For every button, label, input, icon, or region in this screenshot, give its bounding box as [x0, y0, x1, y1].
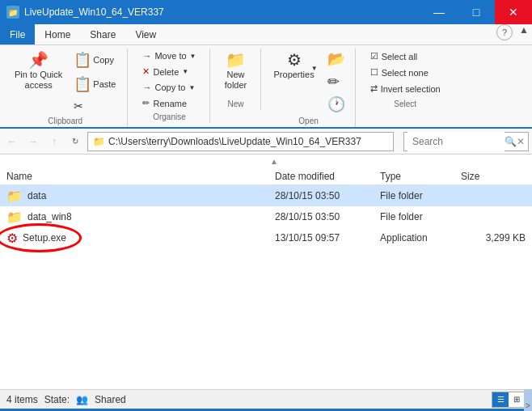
expand-panel-button[interactable]: >: [524, 389, 532, 411]
delete-label: Delete: [153, 67, 179, 77]
copy-to-button[interactable]: → Copy to ▼: [136, 80, 202, 95]
up-button[interactable]: ↑: [45, 133, 63, 150]
cut-icon: ✂: [74, 100, 83, 112]
select-none-icon: ☐: [370, 67, 378, 78]
rename-icon: ✏: [142, 98, 150, 108]
move-to-chevron: ▼: [190, 53, 196, 60]
delete-button[interactable]: ✕ Delete ▼: [136, 64, 202, 79]
copy-to-icon: →: [142, 83, 151, 92]
delete-chevron: ▼: [182, 68, 188, 75]
help-button[interactable]: ?: [496, 24, 513, 40]
rename-label: Rename: [153, 99, 187, 108]
properties-chevron: ▼: [311, 65, 318, 72]
exe-icon: ⚙: [6, 231, 18, 246]
file-type: File folder: [380, 211, 461, 222]
maximize-button[interactable]: □: [458, 0, 495, 24]
column-type-header[interactable]: Type: [380, 171, 461, 182]
menu-bar: File Home Share View ? ▲: [0, 24, 532, 45]
address-text: C:\Users\terry\Downloads\LiveUpdate_Win1…: [108, 136, 361, 147]
file-type: File folder: [380, 190, 461, 201]
select-buttons: ☑ Select all ☐ Select none ⇄ Invert sele…: [364, 49, 447, 96]
move-to-button[interactable]: → Move to ▼: [136, 49, 202, 63]
select-group-label: Select: [394, 100, 416, 108]
details-view-button[interactable]: ☰: [492, 392, 509, 407]
properties-icon: ⚙: [287, 52, 302, 68]
invert-selection-button[interactable]: ⇄ Invert selection: [364, 81, 447, 96]
open-group-label: Open: [298, 117, 318, 125]
pin-to-quick-access-button[interactable]: 📌 Pin to Quickaccess: [10, 49, 67, 94]
large-icons-view-button[interactable]: ⊞: [509, 392, 525, 407]
clipboard-group-label: Clipboard: [48, 117, 82, 125]
rename-button[interactable]: ✏ Rename: [136, 95, 202, 111]
folder-icon: 📁: [6, 210, 23, 225]
ribbon-group-select: ☑ Select all ☐ Select none ⇄ Invert sele…: [357, 49, 454, 110]
search-clear-icon[interactable]: ✕: [517, 136, 525, 147]
address-bar[interactable]: 📁 C:\Users\terry\Downloads\LiveUpdate_Wi…: [87, 132, 394, 151]
copy-button[interactable]: 📋 Copy: [69, 49, 119, 71]
edit-button[interactable]: ✏: [324, 71, 348, 92]
window-controls: — □ ✕: [420, 0, 532, 24]
delete-icon: ✕: [142, 66, 150, 77]
ribbon: 📌 Pin to Quickaccess 📋 Copy 📋 Paste ✂ Cl…: [0, 45, 532, 129]
menu-share[interactable]: Share: [80, 24, 125, 44]
copy-to-chevron: ▼: [188, 84, 195, 91]
column-name-header[interactable]: Name: [6, 171, 275, 182]
select-all-label: Select all: [382, 52, 418, 61]
file-date: 28/10/15 03:50: [275, 190, 380, 201]
move-to-label: Move to: [154, 51, 186, 61]
view-toggle: ☰ ⊞: [492, 392, 526, 408]
menu-file[interactable]: File: [0, 24, 35, 44]
ribbon-group-open: ⚙ Properties ▼ 📂 ✏ 🕐 Open: [263, 49, 356, 127]
menu-view[interactable]: View: [125, 24, 166, 44]
table-row[interactable]: 📁 data_win8 28/10/15 03:50 File folder: [0, 206, 532, 227]
history-button[interactable]: 🕐: [324, 94, 348, 115]
table-row[interactable]: 📁 data 28/10/15 03:50 File folder: [0, 185, 532, 206]
file-date: 28/10/15 03:50: [275, 211, 380, 222]
close-button[interactable]: ✕: [495, 0, 532, 24]
invert-selection-label: Invert selection: [381, 84, 441, 94]
state-value: Shared: [95, 394, 126, 405]
file-name: Setup.exe: [23, 232, 275, 244]
refresh-button[interactable]: ↻: [66, 133, 84, 150]
invert-icon: ⇄: [370, 83, 378, 94]
back-button[interactable]: ←: [3, 133, 21, 150]
new-group-label: New: [228, 100, 244, 108]
select-all-button[interactable]: ☑ Select all: [364, 49, 447, 64]
minimize-button[interactable]: —: [420, 0, 458, 24]
select-none-button[interactable]: ☐ Select none: [364, 65, 447, 80]
column-date-header[interactable]: Date modified: [275, 171, 380, 182]
copy-icon: 📋: [74, 51, 91, 69]
column-headers: Name Date modified Type Size: [0, 167, 532, 185]
properties-label: Properties: [274, 70, 315, 80]
table-row[interactable]: ⚙ Setup.exe 13/10/15 09:57 Application 3…: [0, 227, 532, 248]
title-bar: 📁 LiveUpdate_Win10_64_VER337 — □ ✕: [0, 0, 532, 24]
file-size: 3,299 KB: [461, 232, 526, 244]
ribbon-collapse-button[interactable]: ▲: [516, 24, 532, 44]
copy-label: Copy: [93, 55, 114, 65]
copy-to-label: Copy to: [154, 83, 185, 92]
search-input[interactable]: [407, 132, 505, 151]
state-label: State:: [44, 394, 70, 405]
status-bar: 4 items State: 👥 Shared ☰ ⊞: [0, 389, 532, 409]
cut-button[interactable]: ✂: [69, 97, 88, 115]
new-buttons: 📁 Newfolder: [218, 49, 254, 94]
column-size-header[interactable]: Size: [461, 171, 526, 182]
file-date: 13/10/15 09:57: [275, 232, 380, 244]
forward-button[interactable]: →: [24, 133, 42, 150]
address-folder-icon: 📁: [93, 136, 105, 147]
new-folder-icon: 📁: [226, 52, 246, 68]
sort-indicator: ▲: [0, 155, 532, 167]
open-button[interactable]: 📂: [324, 49, 348, 70]
item-count: 4 items: [6, 394, 38, 405]
new-folder-button[interactable]: 📁 Newfolder: [218, 49, 254, 94]
select-none-label: Select none: [382, 68, 429, 78]
paste-label: Paste: [93, 79, 116, 89]
file-name: data_win8: [27, 211, 275, 222]
properties-button[interactable]: ⚙ Properties ▼: [269, 49, 319, 83]
file-area: ▲ Name Date modified Type Size 📁 data 28…: [0, 155, 532, 389]
window-icon: 📁: [6, 6, 19, 19]
ribbon-group-clipboard: 📌 Pin to Quickaccess 📋 Copy 📋 Paste ✂ Cl…: [3, 49, 128, 127]
paste-button[interactable]: 📋 Paste: [69, 73, 120, 95]
move-to-icon: →: [142, 51, 151, 61]
menu-home[interactable]: Home: [35, 24, 80, 44]
